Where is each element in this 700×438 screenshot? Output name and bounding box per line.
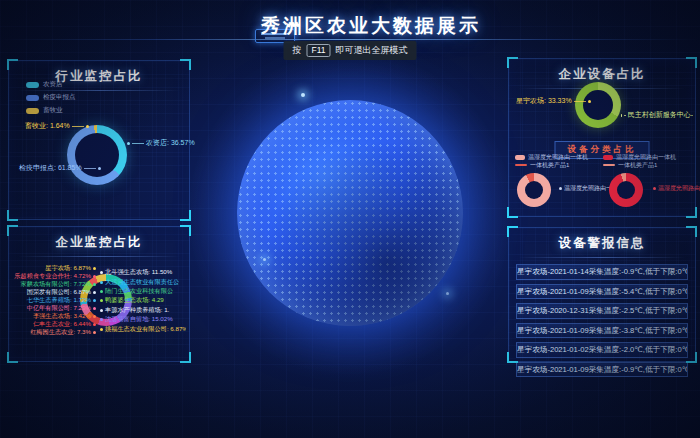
pie-label: 检疫申报点: 61.85% xyxy=(19,163,101,173)
alarm-row: 星宇农场-2021-01-02采集温度:-2.0℃,低于下限:0℃ xyxy=(516,342,688,358)
legend-swatch xyxy=(26,82,39,88)
legend-label: 一体机类产品1 xyxy=(618,161,657,170)
pie-label: 农资店: 36.57% xyxy=(127,138,195,148)
legend-swatch xyxy=(515,164,527,166)
legend-item[interactable]: 农资店 xyxy=(26,80,76,89)
mini-chart-left: 温湿度光照路由一体机 一体机类产品1 温湿度光照路由一— xyxy=(515,153,601,213)
page-title: 秀洲区农业大数据展示 xyxy=(0,13,700,39)
device-alarm-panel: 设备警报信息 星宇农场-2021-01-14采集温度:-0.9℃,低于下限:0℃… xyxy=(508,227,696,362)
legend-item[interactable]: 检疫申报点 xyxy=(26,93,76,102)
particle xyxy=(301,93,305,97)
alarm-row: 星宇农场-2021-01-09采集温度:-0.9℃,低于下限:0℃ xyxy=(516,362,688,378)
alarm-row: 星宇农场-2021-01-14采集温度:-0.9℃,低于下限:0℃ xyxy=(516,264,688,280)
particle xyxy=(263,258,266,261)
panel-title: 企业监控占比 xyxy=(9,234,189,251)
pie-labels-right: 北斗强生态农场: 11.50% 大运河生态牧业有限责任公 陆门生态农业科技有限公… xyxy=(100,268,186,334)
pie-labels-left: 星宇农场: 6.87% 乐超粮食专业合作社: 4.72% 家麒农场有限公司: 7… xyxy=(14,264,96,336)
enterprise-monitor-panel: 企业监控占比 星宇农场: 6.87% 乐超粮食专业合作社: 4.72% 家麒农场… xyxy=(8,226,190,362)
panel-title: 企业设备占比 xyxy=(509,66,695,83)
industry-donut-chart[interactable] xyxy=(67,125,127,185)
legend-swatch xyxy=(603,164,615,166)
alarm-row: 星宇农场-2021-01-09采集温度:-5.4℃,低于下限:0℃ xyxy=(516,284,688,300)
pie-label: 畜牧业: 1.64% xyxy=(25,121,89,131)
industry-monitor-panel: 行业监控占比 农资店 检疫申报点 畜牧业 畜牧业: 1.64% xyxy=(8,60,190,220)
f11-keycap: F11 xyxy=(306,44,330,57)
legend-item[interactable]: 畜牧业 xyxy=(26,106,76,115)
legend-swatch xyxy=(26,95,39,101)
pie-label: 星宇农场: 33.33% xyxy=(516,96,591,106)
alarm-list: 星宇农场-2021-01-14采集温度:-0.9℃,低于下限:0℃ 星宇农场-2… xyxy=(509,264,695,377)
legend-swatch xyxy=(515,155,525,160)
legend-label: 畜牧业 xyxy=(43,106,63,115)
alarm-row: 星宇农场-2021-01-09采集温度:-3.8℃,低于下限:0℃ xyxy=(516,323,688,339)
pie-label: 温湿度光照路由一— xyxy=(653,184,700,193)
legend-swatch xyxy=(603,155,613,160)
mini-chart-right: 温湿度光照路由一体机 一体机类产品1 温湿度光照路由一— xyxy=(603,153,700,213)
pie-label: 民主村创新服务中心- xyxy=(621,110,693,120)
chart-legend: 农资店 检疫申报点 畜牧业 xyxy=(26,80,76,115)
dashboard: 秀洲区农业大数据展示 按 F11 即可退出全屏模式 行业监控占比 农资店 检疫申… xyxy=(0,0,700,438)
panel-title: 设备警报信息 xyxy=(509,235,695,252)
divider xyxy=(518,257,686,258)
alarm-row: 星宇农场-2020-12-31采集温度:-2.5℃,低于下限:0℃ xyxy=(516,303,688,319)
globe xyxy=(237,100,463,326)
legend-label: 一体机类产品1 xyxy=(530,161,569,170)
particle xyxy=(446,292,449,295)
legend-item[interactable]: 一体机类产品1 xyxy=(515,161,601,169)
tooltip-prefix: 按 xyxy=(292,44,301,57)
tooltip-suffix: 即可退出全屏模式 xyxy=(336,44,408,57)
fullscreen-tooltip: 按 F11 即可退出全屏模式 xyxy=(283,41,416,60)
legend-swatch xyxy=(26,108,39,114)
divider xyxy=(18,256,180,257)
legend-label: 检疫申报点 xyxy=(43,93,76,102)
mini-donut-chart[interactable] xyxy=(609,173,643,207)
legend-label: 农资店 xyxy=(43,80,63,89)
device-ratio-panel: 企业设备占比 星宇农场: 33.33% 民主村创新服务中心- 设备分类占比 温湿… xyxy=(508,58,696,217)
mini-donut-chart[interactable] xyxy=(517,173,551,207)
header-divider xyxy=(0,39,700,40)
legend-item[interactable]: 一体机类产品1 xyxy=(603,161,700,169)
